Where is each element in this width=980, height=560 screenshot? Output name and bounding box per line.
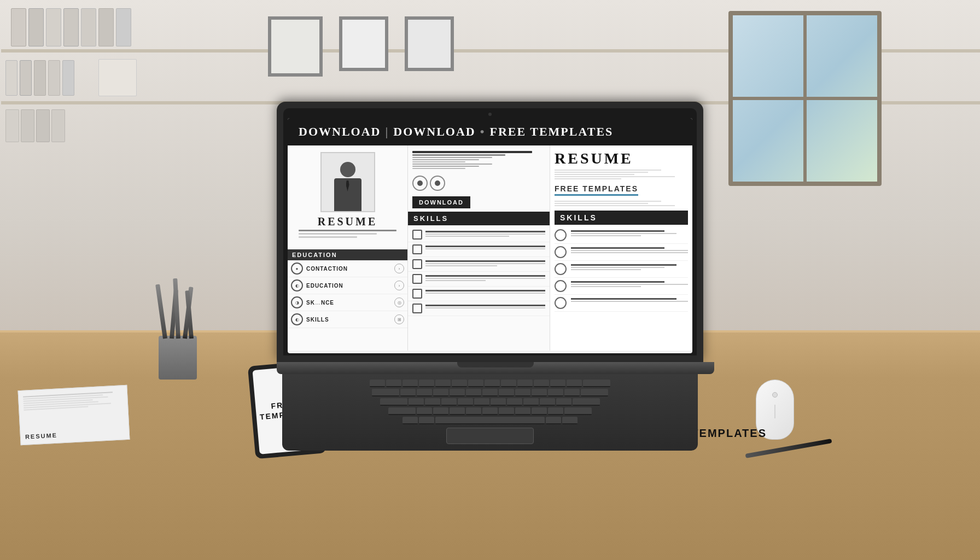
skill-item-mid-6 xyxy=(408,301,550,316)
binder-r3-3 xyxy=(36,109,50,142)
resume-lines xyxy=(294,228,401,240)
key xyxy=(517,380,533,387)
key xyxy=(532,389,547,396)
laptop-screen: DOWNLOAD | DOWNLOAD • FREE TEMPLATES xyxy=(288,118,692,353)
laptop-bezel: DOWNLOAD | DOWNLOAD • FREE TEMPLATES xyxy=(283,108,697,355)
resume-title-right: RESUME xyxy=(555,150,688,167)
skill-lines-2 xyxy=(425,244,545,250)
mid-line-2 xyxy=(412,154,505,156)
screen-header: DOWNLOAD | DOWNLOAD • FREE TEMPLATES xyxy=(288,118,692,145)
wall-frame-2 xyxy=(339,16,388,71)
skill-lines-3 xyxy=(425,259,545,267)
binder-4 xyxy=(63,8,79,46)
skill-item-mid-5 xyxy=(408,287,550,301)
skill-line-2-2 xyxy=(425,248,545,249)
keyboard-rows xyxy=(288,380,692,424)
key xyxy=(409,398,424,406)
circle-2 xyxy=(430,176,445,191)
skill-item-right-4 xyxy=(555,278,688,295)
mid-line-1 xyxy=(412,151,532,153)
key xyxy=(450,389,465,396)
key xyxy=(417,389,432,396)
header-download-2: DOWNLOAD xyxy=(393,125,475,139)
skill-lines-5 xyxy=(425,289,545,295)
skill-item-mid-2 xyxy=(408,242,550,257)
key-backspace xyxy=(583,380,610,387)
education-section-header: EDUCATION xyxy=(288,249,407,260)
right-line-3 xyxy=(555,174,634,175)
skill-lines-4 xyxy=(425,274,545,282)
silhouette-body xyxy=(334,178,361,211)
profile-photo xyxy=(320,152,375,212)
key xyxy=(468,380,483,387)
skill-item-right-1 xyxy=(555,227,688,244)
binder-5 xyxy=(81,8,96,46)
skill-line-4-1 xyxy=(425,275,545,277)
key xyxy=(400,389,416,396)
binder-r3-4 xyxy=(51,109,65,142)
skill-text-r2 xyxy=(571,246,688,254)
skill-tl-2-1 xyxy=(571,247,664,249)
key-enter xyxy=(581,389,608,396)
key xyxy=(419,380,434,387)
skill-icon-r1 xyxy=(555,229,567,241)
contaction-icon: ● xyxy=(291,262,303,275)
skill-lines-1 xyxy=(425,230,545,238)
skill-item-mid-1 xyxy=(408,228,550,242)
mid-line-6 xyxy=(412,164,492,165)
binder-6 xyxy=(98,8,114,46)
screen-content: RESUME EDUCATION ● CONTACTION › xyxy=(288,145,692,351)
resume-line-3 xyxy=(299,236,357,238)
skill-icon-r4 xyxy=(555,280,567,292)
skill-tl-5-1 xyxy=(571,298,676,300)
key-shift-l xyxy=(388,407,416,415)
binder-2 xyxy=(28,8,44,46)
desk-paper: RESUME xyxy=(18,385,130,445)
skill-item-right-2 xyxy=(555,244,688,261)
skills-header-right: SKILLS xyxy=(555,211,688,225)
key xyxy=(482,407,498,415)
silhouette-head xyxy=(340,162,355,177)
key xyxy=(466,389,481,396)
key xyxy=(550,380,565,387)
key xyxy=(485,380,500,387)
key xyxy=(417,407,432,415)
key xyxy=(567,380,582,387)
skill-tl-5-2 xyxy=(571,301,688,302)
skience-label: SK…NCE xyxy=(306,300,334,306)
wall-frame-3 xyxy=(405,16,454,71)
key xyxy=(402,380,418,387)
laptop-screen-area: DOWNLOAD | DOWNLOAD • FREE TEMPLATES xyxy=(277,102,703,362)
skill-tl-4-3 xyxy=(571,286,641,287)
key xyxy=(548,407,563,415)
laptop-keyboard xyxy=(282,374,698,451)
skill-icon-1 xyxy=(412,230,422,240)
skill-tl-1-2 xyxy=(571,233,676,234)
skill-line-4-2 xyxy=(425,278,545,279)
pencil-holder xyxy=(159,336,197,380)
desk-paper-resume-label: RESUME xyxy=(25,432,58,440)
education-label: EDUCATION xyxy=(306,283,343,289)
trackpad[interactable] xyxy=(446,428,534,444)
right-lines-mid xyxy=(555,201,688,206)
header-download-1: DOWNLOAD xyxy=(299,125,381,139)
skill-tl-4-1 xyxy=(571,281,664,283)
download-button[interactable]: DOWNLOAD xyxy=(412,196,470,208)
key xyxy=(548,389,563,396)
skill-icon-4 xyxy=(412,274,422,284)
skill-line-5-1 xyxy=(425,290,545,291)
mid-circles xyxy=(408,173,550,193)
key xyxy=(507,398,522,406)
binder-r2-4 xyxy=(48,60,60,96)
screen-col-mid: DOWNLOAD SKILLS xyxy=(408,145,550,351)
right-line-2 xyxy=(555,172,648,173)
section-item-skills: ◐ SKILLS ⊞ xyxy=(288,311,407,328)
binder-r2-3 xyxy=(34,60,46,96)
key xyxy=(435,380,451,387)
key-ctrl-l xyxy=(402,417,418,424)
key-row-5 xyxy=(288,417,692,424)
screen-col-right: RESUME FREE TEMPLATES xyxy=(550,145,692,351)
right-line-1 xyxy=(555,170,661,171)
header-free-templates: FREE TEMPLATES xyxy=(489,125,613,139)
skill-line-3-2 xyxy=(425,263,545,264)
